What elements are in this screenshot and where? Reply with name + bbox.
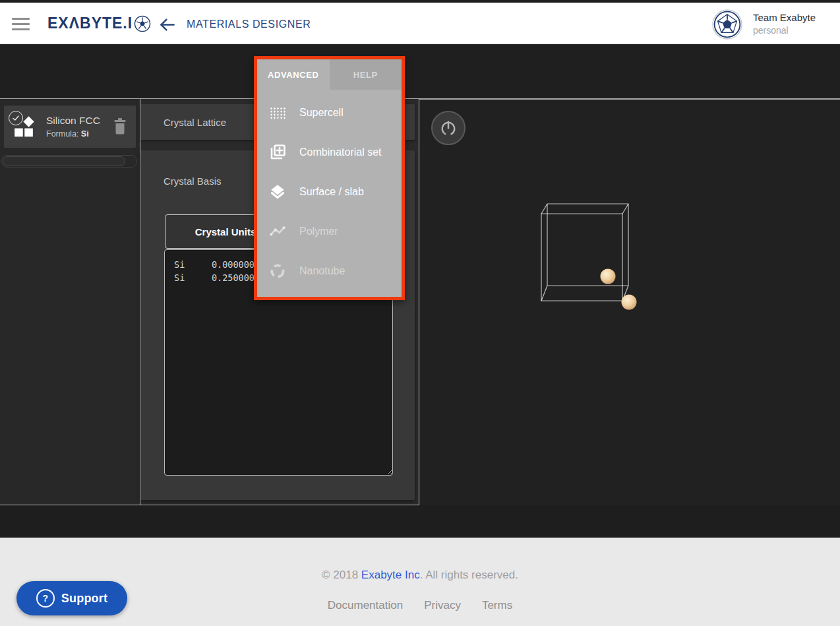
power-icon xyxy=(440,119,457,137)
layers-icon xyxy=(269,183,286,201)
back-arrow-icon[interactable] xyxy=(158,16,176,34)
trash-icon[interactable] xyxy=(112,117,128,135)
3d-viewport[interactable] xyxy=(419,100,840,505)
crystal-basis-title: Crystal Basis xyxy=(164,175,222,187)
unit-cell-wireframe xyxy=(541,204,628,301)
menu-item-combinatorial-set[interactable]: Combinatorial set xyxy=(257,133,402,172)
copyright-line: © 2018 Exabyte Inc. All rights reserved. xyxy=(0,569,840,582)
sidebar-horizontal-scrollbar[interactable] xyxy=(1,155,137,168)
dropdown-items: Supercell Combinatorial set xyxy=(257,90,402,291)
nanotube-loop-icon xyxy=(269,263,286,280)
polymer-zigzag-icon xyxy=(269,223,286,240)
3d-viewer-panel xyxy=(419,99,840,506)
atom-sphere[interactable] xyxy=(622,295,637,310)
supercell-grid-icon xyxy=(269,104,286,121)
brand-logo[interactable]: EXΛBYTE.I xyxy=(47,15,151,32)
page-footer: © 2018 Exabyte Inc. All rights reserved.… xyxy=(0,538,840,626)
atom-sphere[interactable] xyxy=(601,269,616,284)
support-label: Support xyxy=(61,592,107,606)
menu-item-nanotube[interactable]: Nanotube xyxy=(257,251,402,291)
hamburger-menu-icon[interactable] xyxy=(12,18,30,30)
crystal-lattice-title: Crystal Lattice xyxy=(164,117,226,128)
material-widgets-icon xyxy=(12,115,36,138)
team-name: Team Exabyte xyxy=(753,12,816,23)
tab-help[interactable]: HELP xyxy=(330,59,402,90)
page-title: MATERIALS DESIGNER xyxy=(187,18,311,30)
link-privacy[interactable]: Privacy xyxy=(424,599,461,612)
selected-check-badge-icon[interactable] xyxy=(9,111,23,125)
brand-text: EXΛBYTE.I xyxy=(47,15,133,32)
dropdown-tab-strip: ADVANCED HELP xyxy=(257,59,402,90)
app-header: EXΛBYTE.I MATERIALS DESIGNER xyxy=(0,3,840,44)
material-labels: Silicon FCC Formula: Si xyxy=(46,115,100,139)
tab-advanced[interactable]: ADVANCED xyxy=(257,59,330,90)
link-terms[interactable]: Terms xyxy=(482,599,512,612)
question-icon: ? xyxy=(36,589,55,608)
link-documentation[interactable]: Documentation xyxy=(328,599,403,612)
menu-item-supercell[interactable]: Supercell xyxy=(257,93,402,133)
soccer-ball-icon xyxy=(134,15,151,32)
materials-sidebar: Silicon FCC Formula: Si xyxy=(0,99,140,505)
team-avatar[interactable] xyxy=(712,9,742,40)
menu-item-polymer[interactable]: Polymer xyxy=(257,212,402,251)
material-name: Silicon FCC xyxy=(46,115,100,127)
account-type: personal xyxy=(753,25,816,36)
support-button[interactable]: ? Support xyxy=(16,581,127,615)
account-info[interactable]: Team Exabyte personal xyxy=(753,12,816,36)
library-add-icon xyxy=(269,144,286,161)
bottom-strip xyxy=(0,505,840,538)
power-button[interactable] xyxy=(431,111,465,145)
material-formula: Formula: Si xyxy=(46,129,100,139)
designer-menubar: INPUT/OUTPUT EDIT VIEW xyxy=(0,44,840,99)
material-list-item[interactable]: Silicon FCC Formula: Si xyxy=(4,106,136,148)
advanced-menu-dropdown: ADVANCED HELP Supercell Combinatorial se… xyxy=(254,56,405,300)
company-link[interactable]: Exabyte Inc xyxy=(361,569,420,581)
scrollbar-thumb[interactable] xyxy=(3,156,125,166)
menu-item-surface-slab[interactable]: Surface / slab xyxy=(257,172,402,212)
